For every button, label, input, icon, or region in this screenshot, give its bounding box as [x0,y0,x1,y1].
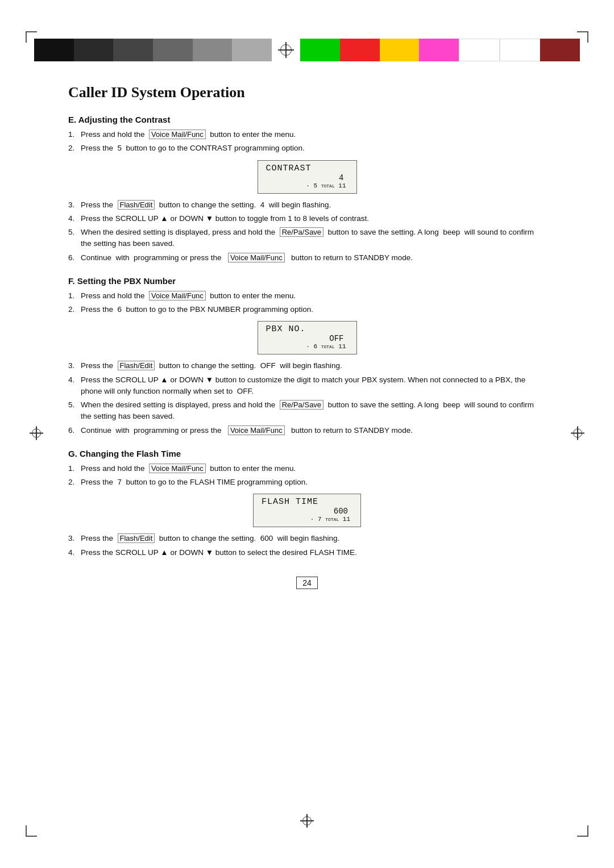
bottom-crosshair [300,814,314,829]
list-item: 2. Press the 6 button to go to the PBX N… [68,304,546,315]
corner-br [577,825,588,837]
list-item: 5. When the desired setting is displayed… [68,399,546,423]
list-item: 3. Press the Flash/Edit button to change… [68,533,546,544]
section-f-list: 1. Press and hold the Voice Mail/Func bu… [68,290,546,316]
main-content: Caller ID System Operation E. Adjusting … [68,84,546,595]
section-f-title: F. Setting the PBX Number [68,276,546,286]
page-title: Caller ID System Operation [68,84,546,101]
lcd-pbx: PBX NO. OFF · 6 TOTAL 11 [68,321,546,354]
list-item: 1. Press and hold the Voice Mail/Func bu… [68,463,546,474]
section-g-list: 1. Press and hold the Voice Mail/Func bu… [68,463,546,489]
section-f-list-2: 3. Press the Flash/Edit button to change… [68,360,546,436]
top-color-bar [34,39,580,61]
list-item: 3. Press the Flash/Edit button to change… [68,360,546,372]
list-item: 2. Press the 5 button to go to the CONTR… [68,143,546,154]
list-item: 4. Press the SCROLL UP ▲ or DOWN ▼ butto… [68,213,546,224]
section-e-title: E. Adjusting the Contrast [68,115,546,124]
list-item: 1. Press and hold the Voice Mail/Func bu… [68,129,546,140]
section-e-list-2: 3. Press the Flash/Edit button to change… [68,199,546,264]
section-e-list: 1. Press and hold the Voice Mail/Func bu… [68,129,546,155]
left-crosshair [30,427,43,442]
lcd-contrast: CONTRAST 4 · 5 TOTAL 11 [68,160,546,194]
page-number: 24 [296,577,318,589]
top-crosshair [272,39,300,61]
section-g-list-2: 3. Press the Flash/Edit button to change… [68,533,546,558]
page-number-wrap: 24 [68,571,546,595]
list-item: 4. Press the SCROLL UP ▲ or DOWN ▼ butto… [68,547,546,558]
section-f: F. Setting the PBX Number 1. Press and h… [68,276,546,436]
lcd-flash-time: FLASH TIME 600 · 7 TOTAL 11 [68,494,546,527]
list-item: 6. Continue with programming or press th… [68,252,546,264]
right-crosshair [571,427,584,442]
list-item: 1. Press and hold the Voice Mail/Func bu… [68,290,546,302]
corner-bl [26,825,37,837]
list-item: 4. Press the SCROLL UP ▲ or DOWN ▼ butto… [68,374,546,398]
section-g: G. Changing the Flash Time 1. Press and … [68,449,546,558]
list-item: 6. Continue with programming or press th… [68,425,546,436]
list-item: 2. Press the 7 button to go to the FLASH… [68,477,546,488]
section-e: E. Adjusting the Contrast 1. Press and h… [68,115,546,264]
list-item: 3. Press the Flash/Edit button to change… [68,199,546,211]
section-g-title: G. Changing the Flash Time [68,449,546,458]
list-item: 5. When the desired setting is displayed… [68,227,546,250]
